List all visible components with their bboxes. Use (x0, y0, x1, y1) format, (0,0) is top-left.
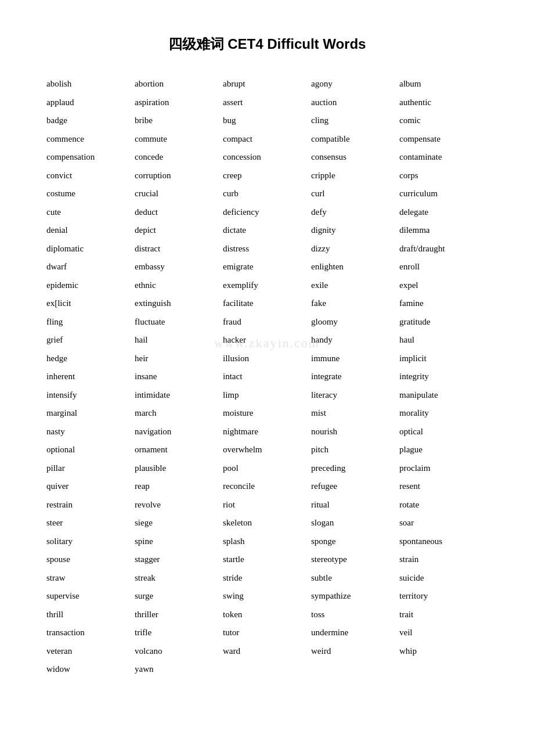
list-item: toss (311, 607, 399, 622)
list-item: applaud (46, 95, 135, 110)
list-item: overwhelm (223, 442, 311, 458)
list-item: deduct (135, 205, 223, 220)
list-item: preceding (311, 461, 399, 476)
list-item: transaction (46, 625, 135, 640)
list-item: gloomy (311, 315, 399, 330)
list-item: streak (135, 571, 223, 586)
list-item: dwarf (46, 260, 135, 275)
list-item: crucial (135, 186, 223, 201)
list-item: swing (223, 589, 311, 604)
list-item: navigation (135, 424, 223, 440)
list-item: intimidate (135, 388, 223, 403)
list-item: diplomatic (46, 242, 135, 257)
list-item: embassy (135, 260, 223, 275)
list-item: distract (135, 242, 223, 257)
list-item: fling (46, 315, 135, 330)
list-item: stagger (135, 552, 223, 567)
list-item: badge (46, 113, 135, 128)
list-item: illusion (223, 351, 311, 366)
list-item: manipulate (399, 388, 488, 403)
list-item: hacker (223, 333, 311, 348)
list-item: distress (223, 242, 311, 257)
list-item: ethnic (135, 278, 223, 293)
list-item: enroll (399, 260, 488, 275)
list-item: solitary (46, 534, 135, 549)
list-item: inherent (46, 369, 135, 384)
list-item: weird (311, 644, 399, 659)
list-item: siege (135, 516, 223, 531)
list-item: compatible (311, 132, 399, 147)
list-item: plague (399, 442, 488, 458)
list-item: extinguish (135, 296, 223, 311)
list-item: token (223, 607, 311, 622)
list-item: heir (135, 351, 223, 366)
list-item: epidemic (46, 278, 135, 293)
list-item: fluctuate (135, 315, 223, 330)
list-item: restrain (46, 498, 135, 513)
list-item: delegate (399, 205, 488, 220)
list-item: intensify (46, 388, 135, 403)
list-item: gratitude (399, 315, 488, 330)
list-item: optical (399, 424, 488, 440)
list-item: dizzy (311, 242, 399, 257)
list-item: quiver (46, 479, 135, 494)
list-item: haul (399, 333, 488, 348)
list-item: cling (311, 113, 399, 128)
list-item: dignity (311, 223, 399, 238)
list-item: yawn (135, 662, 223, 677)
list-item: thriller (135, 607, 223, 622)
list-item: concession (223, 150, 311, 165)
list-item: compensation (46, 150, 135, 165)
list-item: thrill (46, 607, 135, 622)
list-item: revolve (135, 498, 223, 513)
list-item: immune (311, 351, 399, 366)
list-item: proclaim (399, 461, 488, 476)
list-item: straw (46, 571, 135, 586)
list-item: plausible (135, 461, 223, 476)
list-item: authentic (399, 95, 488, 110)
list-item: strain (399, 552, 488, 567)
list-item: skeleton (223, 516, 311, 531)
list-item: depict (135, 223, 223, 238)
list-item: convict (46, 168, 135, 183)
list-item: riot (223, 498, 311, 513)
list-item: assert (223, 95, 311, 110)
list-item: defy (311, 205, 399, 220)
list-item: veteran (46, 644, 135, 659)
list-item: abortion (135, 77, 223, 92)
list-item: territory (399, 589, 488, 604)
list-item: veil (399, 625, 488, 640)
list-item: contaminate (399, 150, 488, 165)
list-item: handy (311, 333, 399, 348)
list-item: fraud (223, 315, 311, 330)
list-item: nightmare (223, 424, 311, 440)
list-item: reap (135, 479, 223, 494)
list-item: grief (46, 333, 135, 348)
list-item: pillar (46, 461, 135, 476)
list-item: aspiration (135, 95, 223, 110)
page-title: 四级难词 CET4 Difficult Words (46, 35, 488, 53)
list-item: sponge (311, 534, 399, 549)
list-item: ritual (311, 498, 399, 513)
list-item: expel (399, 278, 488, 293)
list-item: march (135, 406, 223, 421)
list-item: deficiency (223, 205, 311, 220)
list-item: corruption (135, 168, 223, 183)
list-item: cute (46, 205, 135, 220)
list-item: ornament (135, 442, 223, 458)
list-item: stride (223, 571, 311, 586)
list-item: reconcile (223, 479, 311, 494)
list-item: concede (135, 150, 223, 165)
list-item: abrupt (223, 77, 311, 92)
list-item: bug (223, 113, 311, 128)
list-item: integrity (399, 369, 488, 384)
list-item: cripple (311, 168, 399, 183)
list-item: agony (311, 77, 399, 92)
list-item: mist (311, 406, 399, 421)
list-item: corps (399, 168, 488, 183)
list-item: costume (46, 186, 135, 201)
list-item: rotate (399, 498, 488, 513)
list-item: limp (223, 388, 311, 403)
list-item: emigrate (223, 260, 311, 275)
list-item (223, 662, 311, 677)
